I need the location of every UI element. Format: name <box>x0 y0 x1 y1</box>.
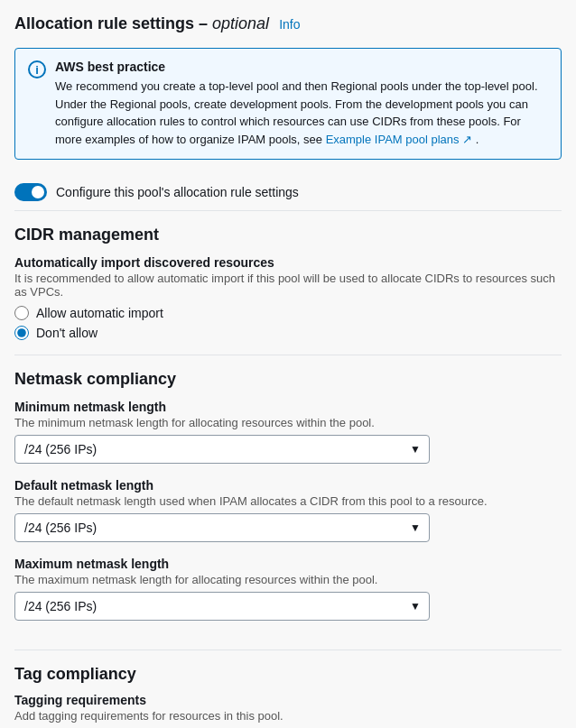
toggle-label: Configure this pool's allocation rule se… <box>56 185 299 199</box>
info-box-body: We recommend you create a top-level pool… <box>55 78 548 148</box>
min-netmask-select[interactable]: /24 (256 IPs) /25 (128 IPs) /26 (64 IPs)… <box>14 435 430 464</box>
example-ipam-link[interactable]: Example IPAM pool plans ↗ <box>326 133 476 146</box>
min-netmask-select-wrapper: /24 (256 IPs) /25 (128 IPs) /26 (64 IPs)… <box>14 435 430 464</box>
page-title: Allocation rule settings – optional Info <box>14 14 562 33</box>
info-icon: i <box>28 60 46 78</box>
default-netmask-block: Default netmask length The default netma… <box>14 478 562 542</box>
default-netmask-label: Default netmask length <box>14 478 562 493</box>
default-netmask-select-wrapper: /24 (256 IPs) /25 (128 IPs) /26 (64 IPs)… <box>14 513 430 542</box>
cidr-management-section: CIDR management Automatically import dis… <box>14 226 562 355</box>
info-link[interactable]: Info <box>279 17 300 32</box>
max-netmask-block: Maximum netmask length The maximum netma… <box>14 557 562 621</box>
dont-allow-label: Don't allow <box>36 326 98 340</box>
info-box-content: AWS best practice We recommend you creat… <box>55 60 548 148</box>
dont-allow-radio[interactable] <box>14 326 29 340</box>
tagging-requirements-label: Tagging requirements <box>14 693 562 707</box>
tagging-requirements-desc: Add tagging requirements for resources i… <box>14 709 562 723</box>
allow-auto-import-radio[interactable] <box>14 306 29 320</box>
cidr-section-title: CIDR management <box>14 226 562 244</box>
tag-compliancy-section: Tag compliancy Tagging requirements Add … <box>14 665 562 728</box>
allow-auto-import-label: Allow automatic import <box>36 306 163 320</box>
min-netmask-desc: The minimum netmask length for allocatin… <box>14 416 562 429</box>
auto-import-radio-group: Allow automatic import Don't allow <box>14 306 562 340</box>
min-netmask-block: Minimum netmask length The minimum netma… <box>14 400 562 464</box>
auto-import-desc: It is recommended to allow automatic imp… <box>14 272 562 299</box>
allocation-toggle[interactable] <box>14 183 47 201</box>
dont-allow-option[interactable]: Don't allow <box>14 326 562 340</box>
info-box: i AWS best practice We recommend you cre… <box>14 48 562 160</box>
max-netmask-label: Maximum netmask length <box>14 557 562 571</box>
max-netmask-select-wrapper: /24 (256 IPs) /25 (128 IPs) /26 (64 IPs)… <box>14 592 430 621</box>
default-netmask-desc: The default netmask length used when IPA… <box>14 494 562 508</box>
max-netmask-select[interactable]: /24 (256 IPs) /25 (128 IPs) /26 (64 IPs)… <box>14 592 430 621</box>
allow-auto-import-option[interactable]: Allow automatic import <box>14 306 562 320</box>
min-netmask-label: Minimum netmask length <box>14 400 562 414</box>
netmask-section: Netmask compliancy Minimum netmask lengt… <box>14 370 562 650</box>
auto-import-title: Automatically import discovered resource… <box>14 255 562 270</box>
default-netmask-select[interactable]: /24 (256 IPs) /25 (128 IPs) /26 (64 IPs)… <box>14 513 430 542</box>
netmask-section-title: Netmask compliancy <box>14 370 562 389</box>
tag-section-title: Tag compliancy <box>14 665 562 684</box>
info-box-title: AWS best practice <box>55 60 548 74</box>
max-netmask-desc: The maximum netmask length for allocatin… <box>14 573 562 586</box>
toggle-row: Configure this pool's allocation rule se… <box>14 174 562 211</box>
